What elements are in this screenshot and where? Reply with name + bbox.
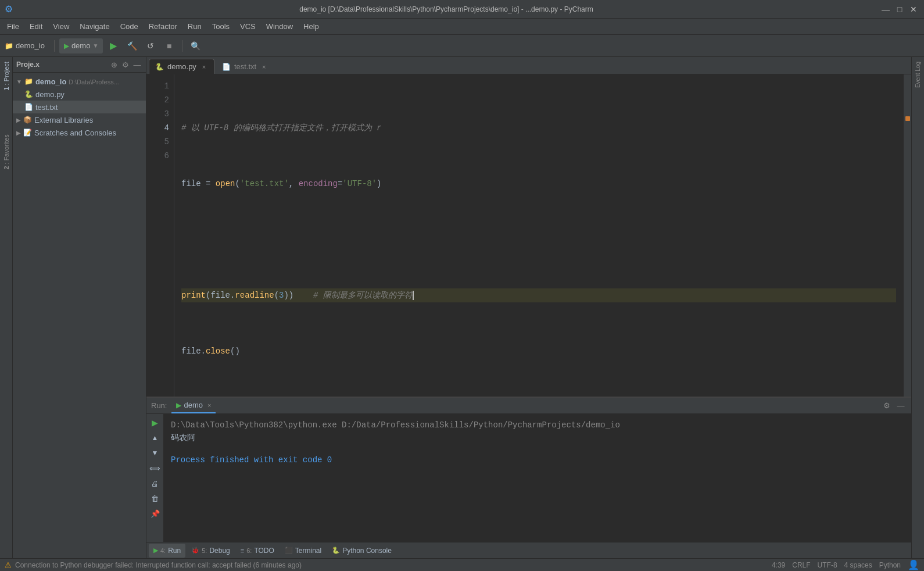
project-tree: ▼ 📁 demo_io D:\Data\Profess... 🐍 demo.py… — [13, 73, 146, 558]
tool-run-label: Run — [168, 547, 181, 555]
line-separator[interactable]: CRLF — [792, 561, 810, 569]
tab-test-txt-close[interactable]: × — [260, 63, 268, 71]
tab-demo-py-close[interactable]: × — [200, 63, 208, 71]
run-panel-buttons: ⚙ — — [881, 400, 907, 412]
code-line-5: file. close () — [181, 344, 896, 358]
tree-external-libraries[interactable]: ▶ 📦 External Libraries — [13, 113, 146, 126]
tab-test-txt[interactable]: 📄 test.txt × — [216, 59, 274, 74]
code-line-1: # 以 UTF-8 的编码格式打开指定文件，打开模式为 r — [181, 121, 896, 135]
tree-item-test-txt[interactable]: 📄 test.txt — [13, 101, 146, 113]
line-num-2: 2 — [149, 93, 169, 107]
tool-terminal-label: Terminal — [295, 547, 321, 555]
status-message: ⚠ Connection to Python debugger failed: … — [5, 561, 767, 569]
indent-indicator[interactable]: 4 spaces — [844, 561, 872, 569]
build-button[interactable]: 🔨 — [124, 38, 140, 54]
project-tab[interactable]: 1: Project — [0, 57, 12, 95]
code-area[interactable]: # 以 UTF-8 的编码格式打开指定文件，打开模式为 r file = ope… — [174, 74, 903, 397]
run-panel-minimize-button[interactable]: — — [895, 400, 907, 412]
favorites-tab[interactable]: 2: Favorites — [0, 130, 12, 174]
tool-run[interactable]: ▶ 4: Run — [149, 544, 185, 558]
outer-layout: 1: Project 2: Favorites Proje.x ⊕ ⚙ — ▼ … — [0, 57, 924, 558]
run-print-button[interactable]: 🖨 — [149, 477, 162, 490]
cursor-position[interactable]: 4:39 — [772, 561, 785, 569]
project-panel-title: Proje.x — [16, 60, 105, 69]
menu-edit[interactable]: Edit — [25, 20, 47, 34]
project-root-name: demo_io D:\Data\Profess... — [35, 77, 119, 86]
run-scroll-down-button[interactable]: ▼ — [149, 447, 162, 459]
reload-button[interactable]: ↺ — [142, 38, 159, 54]
menu-window[interactable]: Window — [262, 20, 298, 34]
tool-todo[interactable]: ≡ 6: TODO — [236, 544, 279, 558]
tab-demo-py[interactable]: 🐍 demo.py × — [149, 59, 214, 74]
menu-code[interactable]: Code — [116, 20, 143, 34]
tab-bar: 🐍 demo.py × 📄 test.txt × — [146, 57, 911, 74]
run-pin-button[interactable]: 📌 — [149, 507, 162, 520]
menu-refactor[interactable]: Refactor — [144, 20, 182, 34]
side-tools-right: Event Log — [911, 57, 924, 558]
menu-run[interactable]: Run — [183, 20, 206, 34]
close-button[interactable]: ✕ — [908, 3, 919, 15]
title-text: demo_io [D:\Data\ProfessionalSkills\Pyth… — [299, 5, 593, 13]
minimize-button[interactable]: — — [880, 3, 891, 15]
tree-item-demo-py[interactable]: 🐍 demo.py — [13, 88, 146, 101]
tool-python-console-icon: 🐍 — [332, 547, 340, 554]
project-folder-icon: 📁 — [5, 42, 13, 50]
run-button[interactable]: ▶ — [105, 38, 121, 54]
project-root[interactable]: ▼ 📁 demo_io D:\Data\Profess... — [13, 75, 146, 88]
tool-debug-number: 5: — [202, 547, 207, 554]
tool-debug[interactable]: 🐞 5: Debug — [187, 544, 235, 558]
editor-and-run: 🐍 demo.py × 📄 test.txt × 1 2 3 4 5 6 — [146, 57, 911, 558]
run-panel: Run: ▶ demo × ⚙ — ▶ ▲ ▼ ⟺ 🖨 — [146, 397, 911, 542]
panel-minimize-button[interactable]: — — [132, 59, 142, 70]
txt-file-icon: 📄 — [24, 103, 33, 111]
run-cmd-line: D:\Data\Tools\Python382\python.exe D:/Da… — [171, 419, 904, 431]
code-param-encoding: encoding — [299, 177, 338, 191]
tree-scratches-consoles[interactable]: ▶ 📝 Scratches and Consoles — [13, 126, 146, 139]
code-func-readline: readline — [235, 288, 274, 302]
code-var-file: file — [181, 177, 206, 191]
run-scroll-up-button[interactable]: ▲ — [149, 431, 162, 444]
menu-navigate[interactable]: Navigate — [75, 20, 114, 34]
editor-scrollbar-gutter — [903, 74, 911, 397]
menu-view[interactable]: View — [48, 20, 74, 34]
code-func-close: close — [206, 344, 230, 358]
run-clear-button[interactable]: 🗑 — [149, 492, 162, 505]
encoding-indicator[interactable]: UTF-8 — [818, 561, 837, 569]
user-icon[interactable]: 👤 — [908, 559, 919, 570]
panel-add-button[interactable]: ⊕ — [109, 59, 119, 70]
tool-terminal[interactable]: ⬛ Terminal — [280, 544, 326, 558]
menu-file[interactable]: File — [2, 20, 24, 34]
line-numbers: 1 2 3 4 5 6 — [146, 74, 174, 397]
maximize-button[interactable]: □ — [894, 3, 905, 15]
run-panel-settings-button[interactable]: ⚙ — [881, 400, 893, 412]
run-config-selector[interactable]: ▶ demo ▼ — [59, 38, 103, 53]
project-tab-number: 1 — [3, 87, 10, 90]
run-tab-demo[interactable]: ▶ demo × — [171, 398, 216, 413]
app-icon: ⚙ — [5, 3, 13, 15]
menu-tools[interactable]: Tools — [207, 20, 234, 34]
expand-icon: ▼ — [16, 78, 22, 85]
run-left-strip: ▶ ▲ ▼ ⟺ 🖨 🗑 📌 — [146, 414, 164, 542]
code-num-3: 3 — [279, 288, 284, 302]
run-output: D:\Data\Tools\Python382\python.exe D:/Da… — [164, 414, 911, 542]
tool-python-console[interactable]: 🐍 Python Console — [327, 544, 396, 558]
editor-content[interactable]: 1 2 3 4 5 6 # 以 UTF-8 的编码格式打开指定文件，打开模式为 … — [146, 74, 911, 397]
code-comment-1: # 以 UTF-8 的编码格式打开指定文件，打开模式为 r — [181, 121, 381, 135]
run-rerun-button[interactable]: ▶ — [149, 416, 162, 429]
stop-button[interactable]: ■ — [161, 38, 177, 54]
tool-debug-label: Debug — [209, 547, 230, 555]
search-everywhere-button[interactable]: 🔍 — [187, 38, 203, 54]
menu-vcs[interactable]: VCS — [235, 20, 260, 34]
run-tab-close[interactable]: × — [207, 402, 211, 409]
project-panel-header: Proje.x ⊕ ⚙ — — [13, 57, 146, 73]
tree-item-demo-py-label: demo.py — [35, 90, 65, 99]
status-message-text: Connection to Python debugger failed: In… — [15, 561, 302, 569]
panel-settings-button[interactable]: ⚙ — [120, 59, 131, 70]
ext-lib-icon: 📦 — [23, 116, 32, 124]
run-toggle-soft-wrap-button[interactable]: ⟺ — [149, 462, 162, 474]
side-tool-event-log[interactable]: Event Log — [914, 59, 922, 90]
tree-item-test-txt-label: test.txt — [35, 103, 58, 112]
line-num-5: 5 — [149, 135, 169, 149]
language-indicator[interactable]: Python — [879, 561, 901, 569]
menu-help[interactable]: Help — [299, 20, 324, 34]
